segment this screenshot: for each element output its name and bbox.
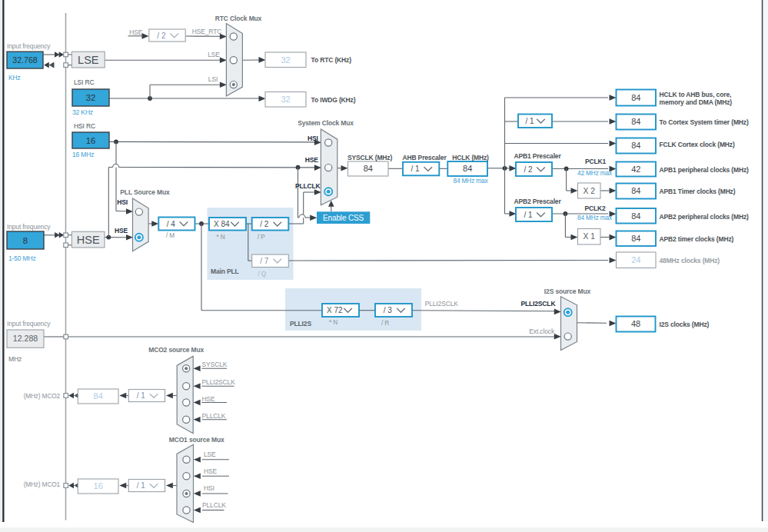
- svg-text:PLLI2S: PLLI2S: [290, 320, 311, 328]
- svg-text:16: 16: [94, 481, 103, 490]
- svg-text:* N: * N: [329, 318, 337, 326]
- svg-text:HSE: HSE: [129, 28, 143, 36]
- svg-text:To RTC (KHz): To RTC (KHz): [311, 56, 352, 64]
- svg-text:APB2 peripheral clocks (MHz): APB2 peripheral clocks (MHz): [660, 213, 750, 221]
- svg-text:/ 1: / 1: [411, 165, 421, 173]
- svg-text:84: 84: [463, 164, 472, 173]
- svg-text:MCO2 source Mux: MCO2 source Mux: [148, 346, 204, 354]
- svg-text:84 MHz max: 84 MHz max: [453, 177, 488, 185]
- svg-text:MHz: MHz: [8, 355, 22, 363]
- svg-text:/ 1: / 1: [137, 481, 146, 490]
- svg-text:* N: * N: [217, 233, 225, 241]
- svg-text:LSE: LSE: [208, 51, 220, 58]
- svg-text:PLLI2SCLK: PLLI2SCLK: [425, 300, 459, 308]
- svg-text:16: 16: [86, 136, 96, 145]
- svg-text:84: 84: [631, 93, 640, 102]
- svg-text:Ext.clock: Ext.clock: [529, 328, 555, 335]
- svg-text:/ Q: / Q: [258, 270, 267, 278]
- svg-text:Enable CSS: Enable CSS: [323, 214, 364, 222]
- svg-text:X 1: X 1: [583, 232, 596, 241]
- svg-text:32: 32: [86, 93, 96, 102]
- svg-text:/ 1: / 1: [137, 391, 146, 400]
- svg-text:/ 3: / 3: [384, 306, 393, 314]
- svg-text:memory and DMA (MHz): memory and DMA (MHz): [660, 98, 733, 106]
- svg-text:(MHz) MCO1: (MHz) MCO1: [24, 480, 61, 488]
- svg-text:/ 2: / 2: [157, 32, 166, 40]
- svg-text:APB1 peripheral clocks (MHz): APB1 peripheral clocks (MHz): [660, 166, 750, 174]
- svg-text:HSE_RTC: HSE_RTC: [192, 28, 221, 35]
- svg-text:Input frequency: Input frequency: [7, 223, 51, 231]
- svg-text:PLLCLK: PLLCLK: [202, 412, 226, 420]
- svg-text:KHz: KHz: [8, 74, 21, 81]
- svg-text:PCLK2: PCLK2: [584, 204, 606, 212]
- svg-text:To IWDG (KHz): To IWDG (KHz): [311, 96, 356, 104]
- svg-text:84: 84: [631, 141, 640, 150]
- svg-text:8: 8: [23, 236, 28, 245]
- svg-text:HCLK to AHB bus, core,: HCLK to AHB bus, core,: [660, 91, 732, 98]
- svg-text:84: 84: [631, 186, 640, 195]
- svg-text:PLL Source Mux: PLL Source Mux: [120, 188, 170, 196]
- svg-text:48: 48: [631, 319, 640, 328]
- svg-text:FCLK Cortex clock (MHz): FCLK Cortex clock (MHz): [660, 141, 735, 148]
- svg-text:HSE: HSE: [115, 227, 128, 234]
- svg-text:42: 42: [631, 165, 640, 174]
- svg-text:Main PLL: Main PLL: [211, 268, 239, 275]
- svg-text:84: 84: [631, 234, 640, 243]
- svg-text:RTC Clock Mux: RTC Clock Mux: [215, 15, 262, 22]
- svg-text:X 72: X 72: [327, 306, 343, 314]
- svg-text:42 MHz max: 42 MHz max: [577, 169, 613, 177]
- svg-text:HSE: HSE: [202, 395, 216, 403]
- svg-text:HSI: HSI: [117, 198, 128, 206]
- svg-text:System Clock Mux: System Clock Mux: [298, 119, 354, 127]
- svg-text:To Cortex System timer (MHz): To Cortex System timer (MHz): [660, 118, 749, 126]
- svg-text:12.288: 12.288: [13, 334, 38, 343]
- svg-text:LSE: LSE: [204, 451, 216, 458]
- svg-text:84: 84: [631, 211, 640, 221]
- svg-text:/ 4: / 4: [167, 220, 176, 228]
- svg-text:HSI: HSI: [204, 484, 214, 492]
- svg-text:PLLCLK: PLLCLK: [295, 182, 321, 190]
- svg-text:HCLK (MHz): HCLK (MHz): [452, 154, 489, 161]
- svg-text:APB1 Prescaler: APB1 Prescaler: [514, 152, 561, 160]
- svg-text:/ 2: / 2: [260, 220, 269, 228]
- svg-text:(MHz) MCO2: (MHz) MCO2: [24, 392, 61, 400]
- svg-text:84: 84: [631, 117, 640, 126]
- svg-text:LSI RC: LSI RC: [74, 78, 95, 86]
- svg-text:I2S clocks (MHz): I2S clocks (MHz): [660, 321, 710, 328]
- svg-text:/ 1: / 1: [525, 117, 534, 125]
- svg-text:AHB Prescaler: AHB Prescaler: [402, 154, 447, 161]
- svg-text:HSI RC: HSI RC: [74, 122, 95, 130]
- svg-text:/ P: / P: [258, 233, 265, 241]
- svg-text:HSE: HSE: [204, 467, 218, 475]
- svg-text:16 MHz: 16 MHz: [72, 151, 94, 158]
- svg-text:32: 32: [281, 55, 290, 65]
- svg-text:1-50 MHz: 1-50 MHz: [8, 254, 36, 262]
- svg-text:Input frequency: Input frequency: [7, 42, 51, 50]
- svg-text:X 2: X 2: [583, 187, 596, 195]
- svg-text:PLLCLK: PLLCLK: [202, 501, 226, 509]
- svg-text:32.768: 32.768: [12, 55, 38, 65]
- svg-text:SYSCLK: SYSCLK: [202, 361, 228, 368]
- svg-text:84: 84: [94, 391, 103, 401]
- svg-text:LSI: LSI: [208, 75, 218, 83]
- svg-text:APB2 Prescaler: APB2 Prescaler: [514, 198, 561, 205]
- svg-text:HSE: HSE: [77, 234, 100, 246]
- svg-text:84: 84: [364, 164, 373, 173]
- svg-text:/ R: / R: [381, 319, 389, 327]
- svg-text:APB2 timer clocks (MHz): APB2 timer clocks (MHz): [660, 235, 734, 243]
- svg-text:LSE: LSE: [78, 54, 99, 66]
- svg-text:HSE: HSE: [305, 156, 319, 164]
- svg-text:/ 7: / 7: [260, 257, 269, 265]
- svg-text:I2S source Mux: I2S source Mux: [544, 288, 591, 295]
- svg-text:X 84: X 84: [214, 220, 230, 228]
- svg-text:HSI: HSI: [308, 135, 318, 142]
- svg-text:84 MHz max: 84 MHz max: [577, 214, 613, 221]
- svg-text:48MHz clocks (MHz): 48MHz clocks (MHz): [660, 257, 720, 264]
- svg-text:PLLI2SCLK: PLLI2SCLK: [520, 300, 556, 308]
- svg-text:/ 2: / 2: [524, 165, 533, 174]
- svg-text:Input frequency: Input frequency: [7, 320, 51, 328]
- svg-text:SYSCLK (MHz): SYSCLK (MHz): [347, 154, 392, 161]
- svg-text:/ M: / M: [166, 231, 175, 239]
- svg-text:32: 32: [281, 95, 290, 104]
- svg-text:/ 1: / 1: [524, 211, 533, 219]
